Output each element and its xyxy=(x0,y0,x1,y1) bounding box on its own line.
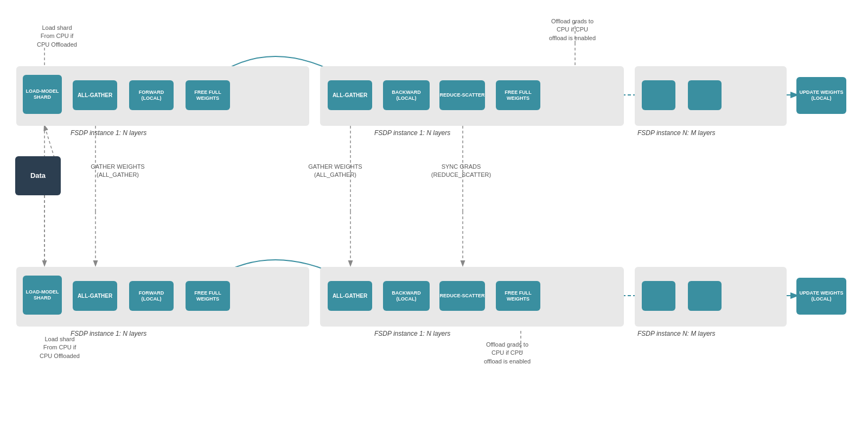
node-r2-update: UPDATE WEIGHTS (LOCAL) xyxy=(796,278,846,315)
annotation-load-shard-top: Load shardFrom CPU ifCPU Offloaded xyxy=(27,24,87,49)
node-r2-forward: FORWARD (LOCAL) xyxy=(129,281,174,311)
node-r1-backward: BACKWARD (LOCAL) xyxy=(383,80,430,110)
node-r2-load: LOAD-MODEL SHARD xyxy=(23,276,62,315)
annotation-gather-weights-1: GATHER WEIGHTS(ALL_GATHER) xyxy=(82,163,153,180)
data-node: Data xyxy=(15,156,61,195)
node-r2-A xyxy=(642,281,675,311)
node-r1-free2: FREE FULL WEIGHTS xyxy=(496,80,540,110)
node-r2-free2: FREE FULL WEIGHTS xyxy=(496,281,540,311)
diagram-container: FSDP instance 1: N layers FSDP instance … xyxy=(0,0,868,428)
node-r1-allgather2: ALL-GATHER xyxy=(328,80,372,110)
node-r1-free: FREE FULL WEIGHTS xyxy=(186,80,230,110)
node-r1-update: UPDATE WEIGHTS (LOCAL) xyxy=(796,77,846,114)
annotation-gather-weights-2: GATHER WEIGHTS(ALL_GATHER) xyxy=(297,163,373,180)
node-r2-reducescatter: REDUCE-SCATTER xyxy=(439,281,485,311)
annotation-sync-grads: SYNC GRADS(REDUCE_SCATTER) xyxy=(418,163,505,180)
fsdp-label-r2-N: FSDP instance N: M layers xyxy=(637,330,716,337)
node-r1-allgather: ALL-GATHER xyxy=(73,80,117,110)
fsdp-label-r2-2: FSDP instance 1: N layers xyxy=(374,330,450,337)
node-r2-allgather: ALL-GATHER xyxy=(73,281,117,311)
node-r2-allgather2: ALL-GATHER xyxy=(328,281,372,311)
annotation-offload-grads-top: Offload grads toCPU if CPUoffload is ena… xyxy=(534,17,610,42)
annotation-load-shard-bottom: Load shardFrom CPU ifCPU Offloaded xyxy=(27,335,92,360)
node-r1-forward: FORWARD (LOCAL) xyxy=(129,80,174,110)
node-r2-backward: BACKWARD (LOCAL) xyxy=(383,281,430,311)
node-r1-B xyxy=(688,80,722,110)
fsdp-label-r1-2: FSDP instance 1: N layers xyxy=(374,129,450,137)
fsdp-label-r1-1: FSDP instance 1: N layers xyxy=(71,129,146,137)
node-r1-reducescatter: REDUCE-SCATTER xyxy=(439,80,485,110)
fsdp-label-r1-N: FSDP instance N: M layers xyxy=(637,129,716,137)
node-r2-B xyxy=(688,281,722,311)
node-r1-A xyxy=(642,80,675,110)
node-r2-free: FREE FULL WEIGHTS xyxy=(186,281,230,311)
node-r1-load: LOAD-MODEL SHARD xyxy=(23,75,62,114)
annotation-offload-grads-bottom: Offload grads toCPU if CPUoffload is ena… xyxy=(467,341,548,366)
arrows-svg xyxy=(0,0,868,428)
